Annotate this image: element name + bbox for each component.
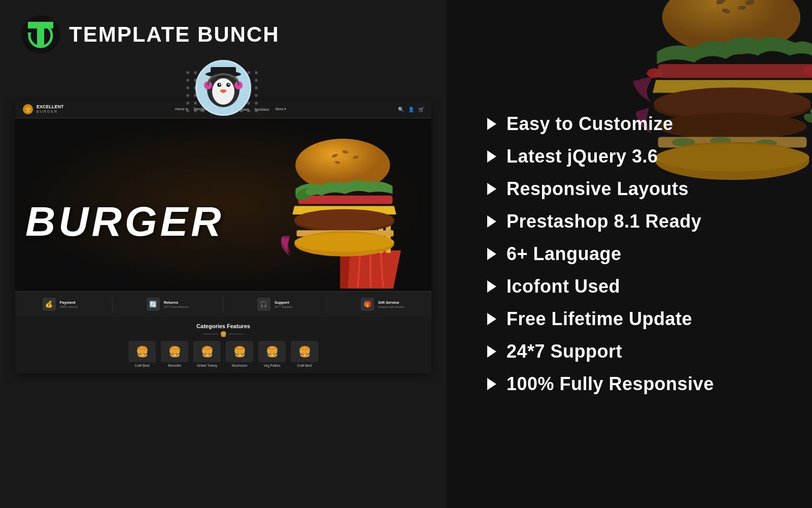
preview-area: // Will be rendered as dots grid [0,65,447,508]
category-label-vegpatties: Veg Patties [264,364,281,367]
svg-point-101 [662,0,800,54]
svg-point-103 [715,0,726,6]
svg-point-12 [186,79,189,82]
svg-point-109 [654,72,662,77]
category-label-craftbeef2: Craft Beef [297,364,312,367]
support-title: Support [275,300,292,306]
list-item: 🍔 Veg Patties [258,341,286,367]
svg-point-87 [294,233,394,251]
mockup-nav-icons: 🔍 👤 🛒 [398,107,424,112]
logo-area: TEMPLATE BUNCH [0,0,447,65]
mockup-logo: 🍔 Excellent BURGER [22,104,64,115]
search-icon[interactable]: 🔍 [398,107,404,112]
svg-point-102 [662,0,800,54]
feature-jquery: Latest jQuery 3.6 [487,146,782,167]
feature-label-lifetime: Free Lifetime Update [506,308,692,330]
list-item: 🍔 Craft Beef [291,341,318,367]
svg-point-84 [294,209,394,230]
feature-support: 24*7 Support [487,341,782,362]
mascot-avatar [195,60,251,116]
feature-prestashop: Prestashop 8.1 Ready [487,211,782,232]
feature-label-jquery: Latest jQuery 3.6 [506,146,658,167]
category-label-mcmuffin: Mcmuffin [168,364,181,367]
arrow-icon [487,248,496,260]
svg-point-22 [186,86,189,89]
feature-label-icofont: Icofont Used [506,276,620,297]
feature-responsive: Responsive Layouts [487,178,782,200]
gift-title: Gift Service [378,300,404,306]
categories-grid: 🍔 Craft Beef 🍔 Mcmuffin 🍔 Grilled Turkey… [25,341,421,367]
burger-illustration [259,134,416,291]
user-icon[interactable]: 👤 [408,107,414,112]
category-img-craftbeef2: 🍔 [291,341,318,362]
arrow-icon [487,118,496,130]
svg-point-119 [802,112,812,125]
svg-point-106 [721,8,730,14]
category-img-mcmuffin: 🍔 [161,341,188,362]
category-img-craftbeef: 🍔 [128,341,156,362]
svg-point-120 [809,105,812,116]
feature-label-support: 24*7 Support [506,341,622,362]
svg-point-105 [745,0,755,6]
svg-rect-82 [298,196,393,204]
svg-point-68 [219,84,221,85]
category-label-turkey: Grilled Turkey [197,364,217,367]
arrow-icon [487,150,496,163]
returns-title: Returns [164,300,189,306]
feature-label-responsive: Responsive Layouts [506,178,689,200]
category-label-craftbeef: Craft Beef [134,364,149,367]
feature-label-prestashop: Prestashop 8.1 Ready [506,211,701,232]
list-item: 🍔 Mcmuffin [161,341,188,367]
website-mockup: 🍔 Excellent BURGER Home ▾ Bangles ▾ Earr… [15,101,431,373]
svg-point-61 [255,109,258,112]
svg-point-121 [647,69,662,78]
right-panel: Easy to Customize Latest jQuery 3.6 Resp… [447,0,812,508]
list-item: 🍔 Grilled Turkey [193,341,221,367]
info-returns: 🔄 Returns 24*7 Free Returns [147,297,189,312]
mockup-brand-sub: BURGER [37,110,64,114]
svg-point-11 [255,71,258,74]
svg-point-32 [186,94,189,97]
mockup-hero: BURGER [15,118,431,291]
feature-language: 6+ Language [487,243,782,265]
category-label-mushroom: Mushroom [232,364,248,367]
arrow-icon [487,183,496,195]
categories-divider: 🍔 [25,331,421,337]
cart-icon[interactable]: 🛒 [418,107,424,112]
support-sub: 24*7 Support [275,305,292,308]
svg-point-122 [803,66,812,75]
gift-sub: Support gift service [378,305,404,308]
arrow-icon [487,215,496,228]
left-panel: TEMPLATE BUNCH // Will be rendered as do… [0,0,447,508]
info-payment: 💰 Payment 100% Secure [43,297,78,312]
svg-text:🍔: 🍔 [25,106,31,113]
brand-name: TEMPLATE BUNCH [69,22,280,47]
info-bar: 💰 Payment 100% Secure 🔄 Returns 24*7 Fre… [15,291,431,317]
svg-rect-108 [658,64,812,78]
arrow-icon [487,280,496,293]
categories-section: Categories Features 🍔 🍔 Craft Beef 🍔 Mcm… [15,317,431,373]
payment-icon: 💰 [43,298,56,311]
features-list: Easy to Customize Latest jQuery 3.6 Resp… [487,113,782,395]
arrow-icon [487,378,496,390]
info-gift: 🎁 Gift Service Support gift service [361,297,404,312]
svg-point-2 [186,71,189,74]
support-icon: 🎧 [257,298,270,311]
list-item: 🍔 Mushroom [226,341,253,367]
payment-title: Payment [60,300,78,306]
nav-link-more[interactable]: More ▾ [275,107,286,111]
category-img-mushroom: 🍔 [226,341,253,362]
mascot-container [195,60,251,116]
info-support: 🎧 Support 24*7 Support [257,297,292,312]
returns-icon: 🔄 [147,298,160,311]
feature-icofont: Icofont Used [487,276,782,297]
brand-logo-icon [20,14,61,55]
mockup-brand-name: Excellent [37,105,64,110]
payment-sub: 100% Secure [60,305,78,308]
category-img-vegpatties: 🍔 [258,341,286,362]
categories-title: Categories Features [25,323,421,329]
arrow-icon [487,345,496,358]
svg-point-69 [228,84,230,85]
feature-lifetime: Free Lifetime Update [487,308,782,330]
feature-fullresponsive: 100% Fully Responsive [487,373,782,395]
